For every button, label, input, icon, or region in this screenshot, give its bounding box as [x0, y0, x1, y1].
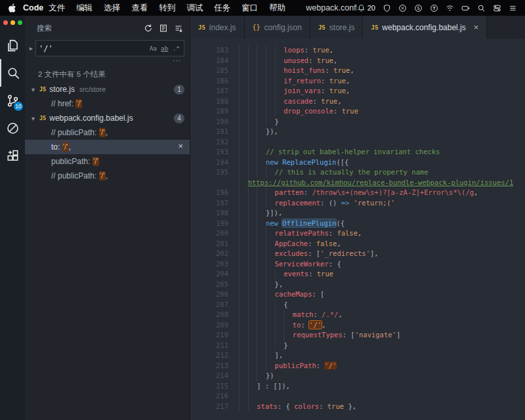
arrow-circle-icon[interactable]: [430, 4, 438, 12]
code-line[interactable]: 203ServiceWorker: {: [190, 259, 525, 270]
code-line-content[interactable]: new ReplacePlugin([{: [239, 158, 348, 168]
menubar-menu[interactable]: 转到: [159, 3, 175, 14]
apple-icon[interactable]: [8, 3, 16, 13]
code-line-content[interactable]: match: /.*/,: [239, 310, 343, 320]
code-line-content[interactable]: },: [239, 280, 283, 290]
code-line[interactable]: 208match: /.*/,: [190, 310, 525, 320]
tab-webpack.config.babel.js[interactable]: JSwebpack.config.babel.js×: [363, 16, 487, 39]
close-window-button[interactable]: [3, 20, 8, 25]
twisty-icon[interactable]: ▾: [29, 86, 37, 93]
code-line-content[interactable]: [239, 391, 257, 402]
code-line[interactable]: 183loops: true,: [190, 45, 525, 56]
activity-item-explorer[interactable]: [0, 32, 25, 59]
code-line-content[interactable]: loops: true,: [239, 45, 333, 56]
search-match-row[interactable]: // href: '/': [25, 96, 190, 111]
wifi-icon[interactable]: [446, 4, 454, 12]
code-line[interactable]: 214}): [190, 371, 525, 381]
code-line-content[interactable]: if_return: true,: [239, 76, 350, 87]
code-line-content[interactable]: // strip out babel-helper invariant chec…: [239, 147, 440, 158]
code-line-content[interactable]: unused: true,: [239, 56, 337, 66]
code-line-content[interactable]: https://github.com/kimhou/replace-bundle…: [239, 178, 513, 188]
menubar-menu[interactable]: 帮助: [269, 3, 285, 14]
tab-config.json[interactable]: {}config.json: [245, 16, 310, 39]
code-line-content[interactable]: ] : []),: [239, 381, 290, 392]
zoom-window-button[interactable]: [18, 20, 22, 25]
search-option-0[interactable]: Aa: [148, 44, 158, 52]
tab-index.js[interactable]: JSindex.js: [190, 16, 245, 39]
code-line-content[interactable]: publicPath: '/': [239, 361, 337, 371]
code-line-content[interactable]: }: [239, 117, 279, 127]
code-line-content[interactable]: hoist_funs: true,: [239, 66, 354, 76]
menubar-menu[interactable]: 调试: [186, 3, 203, 14]
code-line-content[interactable]: events: true: [239, 269, 333, 280]
toggle-search-details-button[interactable]: ···: [173, 56, 182, 64]
code-line[interactable]: 185hoist_funs: true,: [190, 66, 525, 76]
code-line-content[interactable]: }: [239, 341, 288, 351]
code-line[interactable]: 186if_return: true,: [190, 76, 525, 87]
search-match-row[interactable]: to: '/',×: [25, 140, 190, 154]
activity-item-source-control[interactable]: 10: [0, 87, 25, 114]
code-line-content[interactable]: {: [239, 300, 288, 310]
code-line-content[interactable]: ],: [239, 350, 283, 361]
menu-icon[interactable]: [509, 4, 517, 12]
code-line-content[interactable]: stats: { colors: true },: [239, 402, 356, 412]
s-circle-icon[interactable]: S: [414, 4, 423, 12]
code-line[interactable]: 201AppCache: false,: [190, 239, 525, 249]
magnifier-icon[interactable]: [477, 4, 486, 12]
code-line[interactable]: 215] : []),: [190, 381, 525, 392]
control-center-icon[interactable]: [493, 4, 501, 12]
code-line[interactable]: 217stats: { colors: true },: [190, 402, 525, 412]
search-option-2[interactable]: .*: [171, 44, 181, 52]
collapse-all-icon[interactable]: [174, 24, 183, 33]
twisty-icon[interactable]: ▾: [29, 115, 37, 122]
menubar-menu[interactable]: 窗口: [242, 3, 258, 14]
code-line[interactable]: 189drop_console: true: [190, 106, 525, 117]
search-file-row[interactable]: ▾JSstore.jssrc/store1: [25, 82, 190, 96]
code-line[interactable]: 199new OfflinePlugin({: [190, 219, 525, 229]
code-line-content[interactable]: [239, 137, 266, 148]
code-line-content[interactable]: // this is actually the property name: [239, 167, 428, 178]
code-line[interactable]: 187join_vars: true,: [190, 86, 525, 96]
code-line-content[interactable]: AppCache: false,: [239, 239, 341, 249]
code-line[interactable]: 202excludes: ['_redirects'],: [190, 249, 525, 259]
code-line[interactable]: 198}]),: [190, 208, 525, 219]
menubar-menu[interactable]: 选择: [104, 3, 120, 14]
menubar-menu[interactable]: 文件: [49, 3, 65, 14]
code-line-content[interactable]: new OfflinePlugin({: [239, 219, 345, 229]
code-line[interactable]: 213publicPath: '/': [190, 361, 525, 371]
battery-icon[interactable]: [461, 4, 470, 12]
search-match-row[interactable]: // publicPath: '/',: [25, 169, 190, 183]
activity-item-search[interactable]: [0, 59, 25, 87]
code-line-content[interactable]: excludes: ['_redirects'],: [239, 249, 379, 259]
code-line-content[interactable]: }): [239, 371, 274, 381]
code-line-content[interactable]: drop_console: true: [239, 106, 358, 117]
menubar-menu[interactable]: 查看: [131, 3, 148, 14]
toggle-replace-icon[interactable]: ▸: [27, 45, 35, 52]
code-line[interactable]: 212],: [190, 350, 525, 361]
code-line-content[interactable]: cacheMaps: [: [239, 289, 324, 300]
search-input[interactable]: [36, 44, 148, 53]
code-line[interactable]: 188cascade: true,: [190, 96, 525, 107]
refresh-icon[interactable]: [144, 24, 153, 33]
search-match-row[interactable]: publicPath: '/': [25, 154, 190, 169]
notifications-bell[interactable]: 20: [357, 4, 375, 12]
code-line[interactable]: 200relativePaths: false,: [190, 228, 525, 239]
code-line-content[interactable]: cascade: true,: [239, 96, 342, 107]
code-line[interactable]: 192: [190, 137, 525, 148]
search-match-row[interactable]: // publicPath: '/',: [25, 125, 190, 140]
code-line[interactable]: 184unused: true,: [190, 56, 525, 66]
code-line-content[interactable]: requestTypes: ['navigate']: [239, 330, 400, 341]
code-line[interactable]: 197replacement: () => 'return;(': [190, 198, 525, 209]
activity-item-extensions[interactable]: [0, 142, 25, 169]
code-line-content[interactable]: ServiceWorker: {: [239, 259, 341, 270]
search-option-1[interactable]: ab: [159, 44, 169, 52]
tab-store.js[interactable]: JSstore.js: [310, 16, 364, 39]
code-line-content[interactable]: partten: /throw\s+(new\s+)?[a-zA-Z]+Erro…: [239, 188, 478, 198]
close-tab-button[interactable]: ×: [474, 22, 479, 32]
open-editor-icon[interactable]: [159, 24, 168, 33]
activity-item-debug[interactable]: [0, 114, 25, 142]
search-file-row[interactable]: ▾JSwebpack.config.babel.js4: [25, 111, 190, 125]
code-line[interactable]: 191}),: [190, 127, 525, 137]
minimize-window-button[interactable]: [10, 20, 15, 25]
menubar-menu[interactable]: 任务: [214, 3, 230, 14]
